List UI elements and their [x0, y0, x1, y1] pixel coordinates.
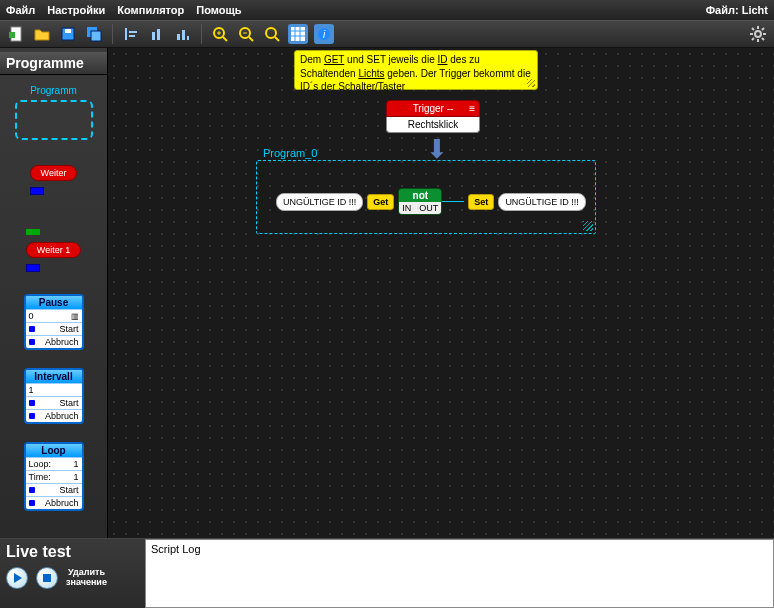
pause-value: 0 [29, 311, 34, 321]
open-file-label: Файл: Licht [706, 4, 768, 16]
live-test-panel: Live test Удалитьзначение [0, 539, 145, 608]
loop-time-val: 1 [73, 472, 78, 482]
svg-line-37 [752, 38, 754, 40]
zoom-in-icon[interactable] [210, 24, 230, 44]
palette-pause[interactable]: Pause 0▥ Start Abbruch [24, 294, 84, 350]
not-out: OUT [419, 203, 438, 213]
intervall-value: 1 [29, 385, 34, 395]
save-icon[interactable] [58, 24, 78, 44]
svg-point-21 [266, 28, 276, 38]
palette-loop[interactable]: Loop Loop:1 Time:1 Start Abbruch [24, 442, 84, 511]
svg-rect-23 [291, 27, 305, 41]
save-all-icon[interactable] [84, 24, 104, 44]
svg-rect-8 [129, 35, 135, 37]
comment-note[interactable]: Dem GET und SET jeweils die ID des zu Sc… [294, 50, 538, 90]
play-button[interactable] [6, 567, 28, 589]
palette-weiter1[interactable]: Weiter 1 [26, 221, 81, 276]
svg-rect-1 [9, 32, 15, 38]
pause-header: Pause [26, 296, 82, 309]
not-in: IN [402, 203, 411, 213]
program-title: Program_0 [263, 147, 317, 159]
sidebar: Programme Programm Weiter Weiter 1 Pause… [0, 48, 108, 538]
menu-help[interactable]: Помощь [196, 4, 241, 16]
loop-loop-label: Loop: [29, 459, 52, 469]
set-chip[interactable]: Set [468, 194, 494, 210]
not-node[interactable]: not INOUT [398, 188, 442, 215]
svg-rect-5 [91, 31, 101, 41]
svg-line-19 [249, 37, 253, 41]
loop-abbruch: Abbruch [45, 498, 79, 508]
bars2-icon[interactable] [173, 24, 193, 44]
trigger-title: Trigger -- [413, 103, 454, 114]
svg-rect-12 [182, 30, 185, 40]
gear-icon[interactable] [748, 24, 768, 44]
weiter1-chip[interactable]: Weiter 1 [26, 242, 81, 258]
menubar: Файл Настройки Компилятор Помощь Файл: L… [0, 0, 774, 20]
trigger-node[interactable]: Trigger --≡ Rechtsklick [386, 100, 480, 133]
svg-rect-3 [65, 29, 71, 33]
intervall-start: Start [59, 398, 78, 408]
toolbar: i [0, 20, 774, 48]
stop-button[interactable] [36, 567, 58, 589]
svg-rect-9 [152, 32, 155, 40]
svg-line-35 [752, 28, 754, 30]
open-folder-icon[interactable] [32, 24, 52, 44]
wire [442, 201, 464, 202]
svg-point-30 [755, 31, 761, 37]
svg-line-36 [762, 38, 764, 40]
trigger-menu-icon[interactable]: ≡ [469, 103, 475, 114]
program-resize-handle[interactable] [583, 221, 593, 231]
menu-compiler[interactable]: Компилятор [117, 4, 184, 16]
loop-loop-val: 1 [73, 459, 78, 469]
loop-start: Start [59, 485, 78, 495]
svg-rect-6 [125, 28, 127, 40]
svg-rect-10 [157, 29, 160, 40]
flow-row: UNGÜLTIGE ID !!! Get not INOUT Set UNGÜL… [276, 188, 586, 215]
bars-icon[interactable] [147, 24, 167, 44]
zoom-out-icon[interactable] [236, 24, 256, 44]
align-left-icon[interactable] [121, 24, 141, 44]
get-chip[interactable]: Get [367, 194, 394, 210]
intervall-header: Intervall [26, 370, 82, 383]
menu-settings[interactable]: Настройки [47, 4, 105, 16]
weiter-chip[interactable]: Weiter [30, 165, 78, 181]
grid-toggle-icon[interactable] [288, 24, 308, 44]
note-resize-handle[interactable] [527, 79, 535, 87]
sidebar-title: Programme [0, 52, 107, 75]
pause-abbruch: Abbruch [45, 337, 79, 347]
intervall-abbruch: Abbruch [45, 411, 79, 421]
canvas[interactable]: Dem GET und SET jeweils die ID des zu Sc… [108, 48, 774, 538]
live-test-title: Live test [6, 543, 139, 561]
palette-intervall[interactable]: Intervall 1 Start Abbruch [24, 368, 84, 424]
palette-programm-label: Programm [15, 85, 93, 96]
svg-rect-13 [187, 36, 189, 40]
menu-file[interactable]: Файл [6, 4, 35, 16]
svg-line-38 [762, 28, 764, 30]
new-file-icon[interactable] [6, 24, 26, 44]
script-log[interactable]: Script Log [145, 539, 774, 608]
palette-programm-box[interactable] [15, 100, 93, 140]
not-header: not [399, 189, 441, 202]
delete-value-button[interactable]: Удалитьзначение [66, 568, 107, 588]
palette-programm[interactable]: Programm [15, 85, 93, 140]
zoom-fit-icon[interactable] [262, 24, 282, 44]
get-id-field[interactable]: UNGÜLTIGE ID !!! [276, 193, 363, 211]
weiter1-port-icon [26, 229, 40, 235]
weiter-port-icon [30, 187, 44, 195]
pause-start: Start [59, 324, 78, 334]
svg-line-15 [223, 37, 227, 41]
set-id-field[interactable]: UNGÜLTIGE ID !!! [498, 193, 585, 211]
svg-rect-7 [129, 31, 137, 33]
palette-weiter[interactable]: Weiter [30, 162, 78, 199]
bottom-panel: Live test Удалитьзначение Script Log [0, 538, 774, 608]
svg-rect-11 [177, 34, 180, 40]
loop-header: Loop [26, 444, 82, 457]
info-icon[interactable]: i [314, 24, 334, 44]
svg-line-22 [275, 37, 279, 41]
weiter1-port2-icon [26, 264, 40, 272]
loop-time-label: Time: [29, 472, 51, 482]
trigger-sub: Rechtsklick [386, 117, 480, 133]
